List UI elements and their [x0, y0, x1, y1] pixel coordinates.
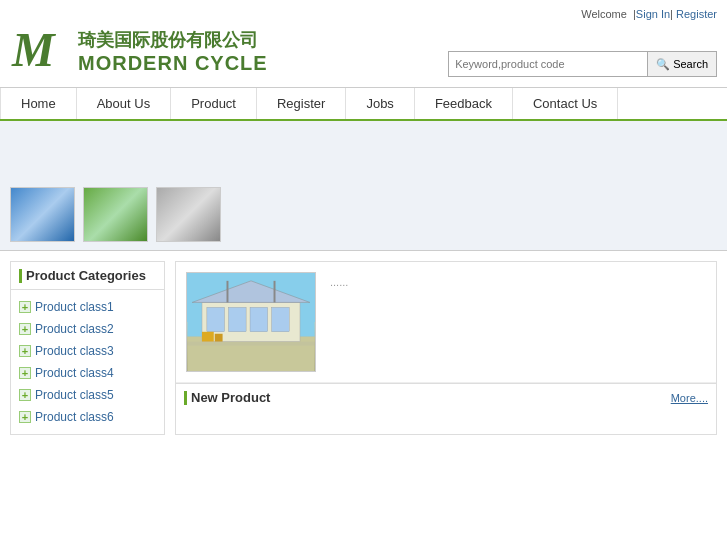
logo-text: 琦美国际股份有限公司 MORDERN CYCLE — [78, 28, 268, 75]
main-content: Product Categories + Product class1 + Pr… — [0, 251, 727, 445]
content-top: ...... — [176, 262, 716, 383]
sidebar-item-3[interactable]: + Product class3 — [11, 340, 164, 362]
nav-item-jobs[interactable]: Jobs — [346, 88, 414, 119]
svg-rect-9 — [227, 281, 229, 303]
plus-icon-6: + — [19, 411, 31, 423]
content-area: ...... New Product More.... — [175, 261, 717, 435]
search-area: 🔍 Search — [448, 51, 717, 77]
search-button[interactable]: 🔍 Search — [648, 51, 717, 77]
product-image — [186, 272, 316, 372]
search-button-label: Search — [673, 58, 708, 70]
sidebar: Product Categories + Product class1 + Pr… — [10, 261, 165, 435]
search-icon: 🔍 — [656, 58, 670, 71]
nav-item-home[interactable]: Home — [0, 88, 77, 119]
sidebar-item-label-3: Product class3 — [35, 344, 114, 358]
sidebar-list: + Product class1 + Product class2 + Prod… — [11, 290, 164, 434]
svg-rect-5 — [207, 307, 225, 332]
sidebar-title-bar — [19, 269, 22, 283]
svg-rect-11 — [202, 332, 214, 342]
logo-icon: M — [10, 24, 70, 79]
more-link[interactable]: More.... — [671, 392, 708, 404]
nav-item-contact[interactable]: Contact Us — [513, 88, 618, 119]
logo-chinese: 琦美国际股份有限公司 — [78, 28, 268, 52]
nav-item-about[interactable]: About Us — [77, 88, 171, 119]
svg-rect-7 — [250, 307, 268, 332]
header: Welcome |Sign In| Register M 琦美国际股份有限公司 … — [0, 0, 727, 88]
banner-thumb-1[interactable] — [10, 187, 75, 242]
welcome-text: Welcome — [581, 8, 627, 20]
sidebar-item-label-2: Product class2 — [35, 322, 114, 336]
svg-rect-13 — [187, 342, 314, 346]
product-description: ...... — [326, 272, 352, 372]
sidebar-title: Product Categories — [11, 262, 164, 290]
svg-rect-8 — [272, 307, 290, 332]
banner-thumb-3[interactable] — [156, 187, 221, 242]
new-product-label: New Product — [191, 390, 270, 405]
search-input[interactable] — [448, 51, 648, 77]
sidebar-item-label-4: Product class4 — [35, 366, 114, 380]
sidebar-item-1[interactable]: + Product class1 — [11, 296, 164, 318]
product-dots: ...... — [330, 276, 348, 288]
svg-rect-6 — [228, 307, 246, 332]
plus-icon-2: + — [19, 323, 31, 335]
sidebar-item-4[interactable]: + Product class4 — [11, 362, 164, 384]
svg-rect-10 — [274, 281, 276, 303]
sidebar-item-2[interactable]: + Product class2 — [11, 318, 164, 340]
banner-area — [0, 121, 727, 251]
register-link[interactable]: Register — [676, 8, 717, 20]
plus-icon-5: + — [19, 389, 31, 401]
nav-item-register[interactable]: Register — [257, 88, 346, 119]
new-product-section: New Product More.... — [176, 383, 716, 411]
nav-bar: Home About Us Product Register Jobs Feed… — [0, 88, 727, 121]
sidebar-title-label: Product Categories — [26, 268, 146, 283]
nav-item-product[interactable]: Product — [171, 88, 257, 119]
banner-thumb-2[interactable] — [83, 187, 148, 242]
new-product-bar — [184, 391, 187, 405]
svg-rect-12 — [215, 334, 223, 342]
sidebar-item-label-6: Product class6 — [35, 410, 114, 424]
plus-icon-1: + — [19, 301, 31, 313]
top-right-bar: Welcome |Sign In| Register — [10, 8, 717, 24]
sidebar-item-6[interactable]: + Product class6 — [11, 406, 164, 428]
sign-in-link[interactable]: Sign In — [636, 8, 670, 20]
plus-icon-4: + — [19, 367, 31, 379]
nav-item-feedback[interactable]: Feedback — [415, 88, 513, 119]
sidebar-item-label-5: Product class5 — [35, 388, 114, 402]
logo-english: MORDERN CYCLE — [78, 52, 268, 75]
sidebar-item-label-1: Product class1 — [35, 300, 114, 314]
sidebar-item-5[interactable]: + Product class5 — [11, 384, 164, 406]
new-product-title: New Product — [184, 390, 270, 405]
svg-text:M: M — [11, 24, 57, 76]
plus-icon-3: + — [19, 345, 31, 357]
